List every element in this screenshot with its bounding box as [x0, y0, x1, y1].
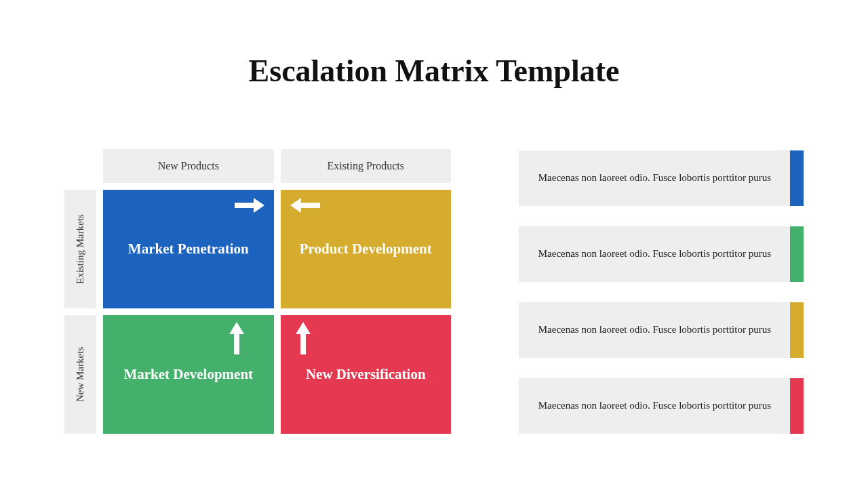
matrix-body: Existing Markets New Markets Market Pene…: [64, 190, 451, 434]
col-header-existing-products: Existing Products: [281, 149, 452, 183]
arrow-up-icon: [296, 322, 311, 354]
matrix: New Products Existing Products Existing …: [64, 149, 451, 434]
legend-color-swatch: [790, 302, 804, 358]
cell-label: Market Penetration: [121, 241, 256, 258]
cell-new-diversification: New Diversification: [281, 315, 452, 434]
cell-label: Market Development: [117, 366, 260, 383]
legend-color-swatch: [790, 150, 804, 206]
matrix-cells: Market Penetration Product Development M…: [103, 190, 451, 434]
legend-color-swatch: [790, 226, 804, 282]
content-wrapper: New Products Existing Products Existing …: [64, 149, 804, 434]
cell-market-development: Market Development: [103, 315, 274, 434]
cell-label: Product Development: [293, 241, 439, 258]
legend-text: Maecenas non laoreet odio. Fusce loborti…: [519, 378, 790, 434]
row-header-existing-markets: Existing Markets: [64, 190, 96, 308]
cell-label: New Diversification: [299, 366, 433, 383]
cell-product-development: Product Development: [281, 190, 452, 308]
col-header-new-products: New Products: [103, 149, 274, 183]
legend-text: Maecenas non laoreet odio. Fusce loborti…: [519, 302, 790, 358]
legend-item: Maecenas non laoreet odio. Fusce loborti…: [519, 378, 804, 434]
page-title: Escalation Matrix Template: [0, 53, 868, 89]
legend-item: Maecenas non laoreet odio. Fusce loborti…: [519, 150, 804, 206]
cell-market-penetration: Market Penetration: [103, 190, 274, 308]
legend-color-swatch: [790, 378, 804, 434]
arrow-right-icon: [235, 198, 264, 213]
row-headers: Existing Markets New Markets: [64, 190, 96, 434]
legend-item: Maecenas non laoreet odio. Fusce loborti…: [519, 302, 804, 358]
legend: Maecenas non laoreet odio. Fusce loborti…: [519, 149, 804, 434]
arrow-up-icon: [229, 322, 244, 354]
column-headers: New Products Existing Products: [103, 149, 451, 183]
legend-text: Maecenas non laoreet odio. Fusce loborti…: [519, 226, 790, 282]
legend-item: Maecenas non laoreet odio. Fusce loborti…: [519, 226, 804, 282]
arrow-left-icon: [290, 198, 320, 213]
legend-text: Maecenas non laoreet odio. Fusce loborti…: [519, 150, 790, 206]
row-header-new-markets: New Markets: [64, 315, 96, 434]
